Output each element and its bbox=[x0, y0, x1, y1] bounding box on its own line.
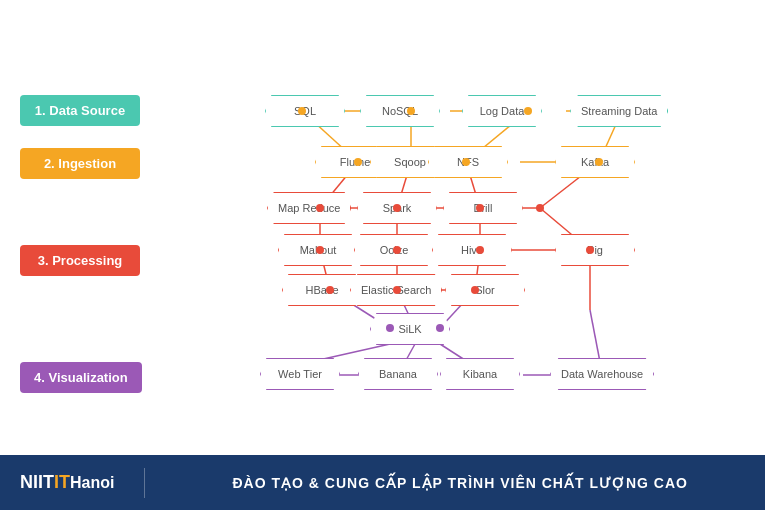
node-kibana: Kibana bbox=[440, 358, 520, 390]
dot-drill bbox=[476, 204, 484, 212]
node-pig: Pig bbox=[555, 234, 635, 266]
footer: NIIT IT Hanoi ĐÀO TẠO & CUNG CẤP LẬP TRÌ… bbox=[0, 455, 765, 510]
footer-logo-niit: NIIT bbox=[20, 472, 54, 493]
dot-silk-right bbox=[436, 324, 444, 332]
main-diagram: 1. Data Source 2. Ingestion 3. Processin… bbox=[0, 0, 765, 455]
dot-mapreduce bbox=[316, 204, 324, 212]
node-datawarehouse: Data Warehouse bbox=[550, 358, 654, 390]
dot-pig bbox=[586, 246, 594, 254]
node-slor: Slor bbox=[445, 274, 525, 306]
dot-flume-right bbox=[354, 158, 362, 166]
dot-hive bbox=[476, 246, 484, 254]
node-banana: Banana bbox=[358, 358, 438, 390]
label-processing: 3. Processing bbox=[20, 245, 140, 276]
dot-row1-right bbox=[536, 204, 544, 212]
dot-sql-right bbox=[298, 107, 306, 115]
footer-logo-it: IT bbox=[54, 472, 70, 493]
node-streamingdata: Streaming Data bbox=[570, 95, 668, 127]
label-ingestion: 2. Ingestion bbox=[20, 148, 140, 179]
dot-es bbox=[393, 286, 401, 294]
dot-spark bbox=[393, 204, 401, 212]
footer-tagline: ĐÀO TẠO & CUNG CẤP LẬP TRÌNH VIÊN CHẤT L… bbox=[175, 475, 745, 491]
node-hive: Hive bbox=[432, 234, 512, 266]
dot-kafka-right bbox=[595, 158, 603, 166]
node-nosql: NoSQL bbox=[360, 95, 440, 127]
dot-ooize bbox=[393, 246, 401, 254]
footer-logo-hanoi: Hanoi bbox=[70, 474, 114, 492]
dot-logdata-right bbox=[524, 107, 532, 115]
dot-silk-left bbox=[386, 324, 394, 332]
node-mapreduce: Map Reduce bbox=[267, 192, 351, 224]
footer-divider bbox=[144, 468, 145, 498]
dot-nfs-right bbox=[462, 158, 470, 166]
label-datasource: 1. Data Source bbox=[20, 95, 140, 126]
dot-hbase bbox=[326, 286, 334, 294]
node-webtier: Web Tier bbox=[260, 358, 340, 390]
dot-slor bbox=[471, 286, 479, 294]
dot-nosql-right bbox=[407, 107, 415, 115]
svg-line-36 bbox=[590, 310, 600, 362]
label-visualization: 4. Visualization bbox=[20, 362, 142, 393]
dot-mahout bbox=[316, 246, 324, 254]
footer-logo: NIIT IT Hanoi bbox=[20, 472, 114, 493]
